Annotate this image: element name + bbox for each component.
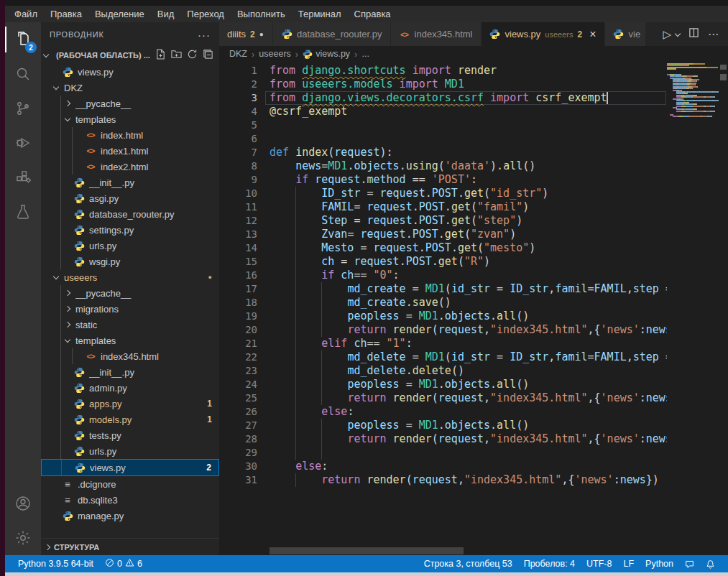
code-line-9[interactable]: 9 if request.method == 'POST':	[219, 173, 728, 187]
code-line-10[interactable]: 10 ID_str = request.POST.get("id_str")	[219, 187, 728, 200]
code-line-17[interactable]: 17 md_create = MD1(id_str = ID_str,famil…	[219, 282, 728, 296]
overview-ruler[interactable]	[719, 62, 728, 555]
tree-item-__init__.py[interactable]: __init__.py	[41, 175, 219, 190]
code-line-8[interactable]: 8 news=MD1.objects.using('daata').all()	[219, 159, 728, 173]
code-line-2[interactable]: 2from useeers.models import MD1	[219, 78, 728, 91]
code-line-3[interactable]: 3from django.views.decorators.csrf impor…	[219, 91, 728, 105]
code-line-1[interactable]: 1from django.shortcuts import render	[219, 64, 728, 78]
tree-item-useeers[interactable]: useeers●	[41, 269, 219, 285]
code-line-6[interactable]: 6	[219, 132, 728, 146]
dirty-dot-icon[interactable]: ●	[259, 30, 264, 38]
tree-item-migrations[interactable]: migrations	[41, 301, 219, 317]
collapse-all-icon[interactable]	[203, 49, 213, 62]
tree-item-index1.html[interactable]: <>index1.html	[41, 143, 219, 159]
tree-item-apps.py[interactable]: apps.py1	[41, 396, 219, 412]
code-line-28[interactable]: 28 return render(request,"index345.html"…	[219, 432, 728, 446]
language-mode-status[interactable]: Python	[640, 559, 679, 569]
eol-status[interactable]: LF	[617, 559, 640, 569]
activity-extensions-icon[interactable]	[5, 160, 41, 195]
split-editor-icon[interactable]	[688, 27, 699, 41]
encoding-status[interactable]: UTF-8	[581, 559, 617, 569]
menu-item-4[interactable]: Переход	[180, 7, 231, 21]
tree-item-manage.py[interactable]: manage.py	[41, 508, 219, 524]
code-line-21[interactable]: 21 elif ch== "1":	[219, 337, 728, 350]
menu-item-0[interactable]: Файл	[8, 7, 44, 21]
activity-account-icon[interactable]	[5, 486, 41, 521]
code-editor[interactable]: 1from django.shortcuts import render2fro…	[219, 62, 728, 555]
activity-search-icon[interactable]	[5, 57, 41, 91]
code-line-5[interactable]: 5	[219, 119, 728, 132]
tree-item-views.py[interactable]: views.py2	[41, 459, 219, 476]
code-line-24[interactable]: 24 peopless = MD1.objects.all()	[219, 378, 728, 391]
outline-section-header[interactable]: СТРУКТУРА	[41, 538, 219, 555]
minimap[interactable]	[667, 62, 719, 555]
activity-run-and-debug-icon[interactable]	[5, 126, 41, 160]
tree-item-db.sqlite3[interactable]: ≡db.sqlite3	[41, 492, 219, 508]
workspace-section-header[interactable]: (РАБОЧАЯ ОБЛАСТЬ) ...	[41, 47, 219, 64]
tree-item-.dcignore[interactable]: ≡.dcignore	[41, 476, 219, 492]
notifications-bell-icon[interactable]	[700, 559, 721, 569]
breadcrumb-item-useeers[interactable]: useeers	[259, 49, 290, 59]
activity-testing-icon[interactable]	[5, 195, 41, 229]
tab-vie[interactable]: vie	[605, 22, 646, 46]
code-line-31[interactable]: 31 return render(request,"index345.html"…	[219, 473, 728, 487]
tree-item-DKZ[interactable]: DKZ	[41, 80, 219, 96]
tree-item-__init__.py[interactable]: __init__.py	[41, 364, 219, 380]
tree-item-templates[interactable]: templates	[41, 111, 219, 127]
code-line-18[interactable]: 18 md_create.save()	[219, 296, 728, 310]
tab-views.py[interactable]: views.pyuseeers2×	[482, 22, 605, 46]
tree-item-wsgi.py[interactable]: wsgi.py	[41, 254, 219, 269]
code-line-11[interactable]: 11 FAMIL= request.POST.get("famil")	[219, 200, 728, 214]
code-line-20[interactable]: 20 return render(request,"index345.html"…	[219, 323, 728, 337]
tree-item-models.py[interactable]: models.py1	[41, 412, 219, 427]
menu-item-5[interactable]: Выполнить	[231, 7, 292, 21]
tab-database_roouter.py[interactable]: database_roouter.py	[273, 22, 391, 46]
code-line-29[interactable]: 29	[219, 446, 728, 460]
code-line-16[interactable]: 16 if ch== "0":	[219, 269, 728, 282]
code-line-4[interactable]: 4@csrf_exempt	[219, 105, 728, 119]
code-line-12[interactable]: 12 Step = request.POST.get("step")	[219, 214, 728, 228]
code-line-25[interactable]: 25 return render(request,"index345.html"…	[219, 391, 728, 405]
tree-item-admin.py[interactable]: admin.py	[41, 380, 219, 396]
code-line-14[interactable]: 14 Mesto = request.POST.get("mesto")	[219, 241, 728, 255]
tree-item-asgi.py[interactable]: asgi.py	[41, 190, 219, 206]
new-file-icon[interactable]	[155, 49, 166, 62]
code-line-19[interactable]: 19 peopless = MD1.objects.all()	[219, 310, 728, 323]
code-line-27[interactable]: 27 peopless = MD1.objects.all()	[219, 419, 728, 432]
refresh-icon[interactable]	[187, 49, 198, 62]
problems-status[interactable]: 06	[99, 555, 148, 572]
menu-item-3[interactable]: Вид	[151, 7, 181, 21]
new-folder-icon[interactable]	[171, 49, 182, 62]
tree-item-templates[interactable]: templates	[41, 333, 219, 348]
horizontal-scrollbar[interactable]	[269, 547, 464, 554]
code-line-23[interactable]: 23 md_delete.delete()	[219, 364, 728, 378]
tree-item-static[interactable]: static	[41, 317, 219, 333]
tab-diiits[interactable]: diiits2●	[219, 22, 273, 46]
code-line-13[interactable]: 13 Zvan= request.POST.get("zvan")	[219, 228, 728, 241]
tree-item-__pycache__[interactable]: __pycache__	[41, 285, 219, 301]
menu-item-2[interactable]: Выделение	[88, 7, 151, 21]
breadcrumb-item-views.py[interactable]: views.py	[303, 49, 350, 59]
tab-index345.html[interactable]: <>index345.html	[391, 22, 482, 46]
breadcrumb-item-...[interactable]: ...	[361, 49, 369, 59]
tree-item-views.py[interactable]: views.py	[41, 64, 219, 80]
code-line-15[interactable]: 15 ch = request.POST.get("R")	[219, 255, 728, 269]
tree-item-index.html[interactable]: <>index.html	[41, 127, 219, 143]
code-line-7[interactable]: 7def index(request):	[219, 146, 728, 159]
indentation-status[interactable]: Пробелов: 4	[518, 559, 581, 569]
tree-item-urls.py[interactable]: urls.py	[41, 443, 219, 459]
python-interpreter-status[interactable]: Python 3.9.5 64-bit	[12, 555, 99, 572]
cursor-position-status[interactable]: Строка 3, столбец 53	[418, 559, 518, 569]
breadcrumb-item-DKZ[interactable]: DKZ	[229, 49, 247, 59]
activity-source-control-icon[interactable]	[5, 91, 41, 126]
tree-item-tests.py[interactable]: tests.py	[41, 427, 219, 443]
tree-item-index2.html[interactable]: <>index2.html	[41, 159, 219, 175]
feedback-icon[interactable]	[679, 559, 700, 569]
tree-item-__pycache__[interactable]: __pycache__	[41, 96, 219, 111]
menu-item-7[interactable]: Справка	[348, 7, 397, 21]
tree-item-settings.py[interactable]: settings.py	[41, 222, 219, 238]
menu-item-1[interactable]: Правка	[44, 7, 88, 21]
editor-more-icon[interactable]: ⋯	[708, 28, 719, 41]
run-dropdown-icon[interactable]	[675, 30, 681, 36]
code-line-22[interactable]: 22 md_delete = MD1(id_str = ID_str,famil…	[219, 350, 728, 364]
